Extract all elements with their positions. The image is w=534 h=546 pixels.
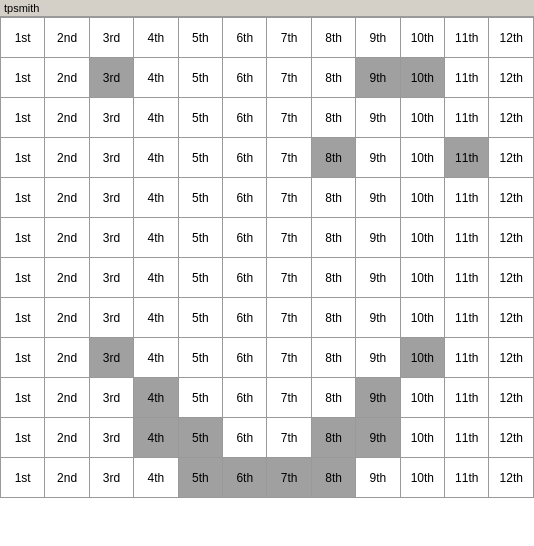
table-cell: 2nd (45, 178, 89, 218)
table-cell: 10th (400, 458, 444, 498)
table-cell: 11th (445, 58, 489, 98)
table-cell: 8th (311, 378, 355, 418)
table-cell: 1st (1, 178, 45, 218)
table-cell: 3rd (89, 178, 133, 218)
table-cell: 5th (178, 18, 222, 58)
table-cell: 11th (445, 298, 489, 338)
table-cell: 1st (1, 18, 45, 58)
table-row: 1st2nd3rd4th5th6th7th8th9th10th11th12th (1, 378, 534, 418)
table-cell: 10th (400, 378, 444, 418)
table-cell: 10th (400, 258, 444, 298)
table-cell: 1st (1, 338, 45, 378)
table-cell: 6th (223, 418, 267, 458)
table-cell: 5th (178, 338, 222, 378)
table-cell: 4th (134, 418, 178, 458)
table-cell: 10th (400, 218, 444, 258)
table-cell: 1st (1, 458, 45, 498)
table-cell: 5th (178, 418, 222, 458)
table-cell: 5th (178, 138, 222, 178)
table-cell: 6th (223, 58, 267, 98)
table-cell: 5th (178, 458, 222, 498)
table-cell: 9th (356, 178, 400, 218)
table-row: 1st2nd3rd4th5th6th7th8th9th10th11th12th (1, 258, 534, 298)
table-cell: 12th (489, 98, 534, 138)
table-cell: 1st (1, 258, 45, 298)
table-cell: 6th (223, 458, 267, 498)
table-cell: 8th (311, 298, 355, 338)
table-cell: 3rd (89, 338, 133, 378)
table-cell: 4th (134, 458, 178, 498)
table-cell: 4th (134, 258, 178, 298)
table-cell: 8th (311, 458, 355, 498)
table-cell: 1st (1, 218, 45, 258)
table-cell: 2nd (45, 418, 89, 458)
table-cell: 11th (445, 178, 489, 218)
table-cell: 9th (356, 58, 400, 98)
table-cell: 6th (223, 218, 267, 258)
table-cell: 7th (267, 18, 311, 58)
table-cell: 11th (445, 458, 489, 498)
table-cell: 12th (489, 258, 534, 298)
table-cell: 4th (134, 218, 178, 258)
table-cell: 7th (267, 258, 311, 298)
title-bar: tpsmith (0, 0, 534, 17)
table-cell: 6th (223, 18, 267, 58)
table-cell: 2nd (45, 258, 89, 298)
table-cell: 7th (267, 458, 311, 498)
table-row: 1st2nd3rd4th5th6th7th8th9th10th11th12th (1, 98, 534, 138)
table-row: 1st2nd3rd4th5th6th7th8th9th10th11th12th (1, 218, 534, 258)
table-cell: 8th (311, 418, 355, 458)
table-cell: 1st (1, 58, 45, 98)
table-cell: 9th (356, 218, 400, 258)
table-cell: 6th (223, 258, 267, 298)
table-row: 1st2nd3rd4th5th6th7th8th9th10th11th12th (1, 18, 534, 58)
table-cell: 2nd (45, 58, 89, 98)
grid-container: 1st2nd3rd4th5th6th7th8th9th10th11th12th1… (0, 17, 534, 498)
table-cell: 3rd (89, 298, 133, 338)
table-cell: 4th (134, 58, 178, 98)
table-cell: 9th (356, 138, 400, 178)
table-cell: 6th (223, 298, 267, 338)
table-cell: 7th (267, 218, 311, 258)
table-cell: 12th (489, 218, 534, 258)
table-cell: 7th (267, 338, 311, 378)
table-cell: 10th (400, 298, 444, 338)
table-cell: 8th (311, 338, 355, 378)
table-cell: 11th (445, 98, 489, 138)
table-cell: 9th (356, 418, 400, 458)
table-cell: 10th (400, 98, 444, 138)
table-cell: 10th (400, 138, 444, 178)
table-cell: 9th (356, 258, 400, 298)
table-cell: 2nd (45, 98, 89, 138)
table-cell: 12th (489, 58, 534, 98)
table-cell: 2nd (45, 18, 89, 58)
table-row: 1st2nd3rd4th5th6th7th8th9th10th11th12th (1, 458, 534, 498)
table-cell: 5th (178, 178, 222, 218)
table-cell: 12th (489, 178, 534, 218)
table-cell: 3rd (89, 258, 133, 298)
table-row: 1st2nd3rd4th5th6th7th8th9th10th11th12th (1, 338, 534, 378)
window-title: tpsmith (4, 2, 39, 14)
table-cell: 11th (445, 218, 489, 258)
table-cell: 12th (489, 378, 534, 418)
table-cell: 7th (267, 298, 311, 338)
table-cell: 3rd (89, 218, 133, 258)
table-cell: 3rd (89, 18, 133, 58)
table-cell: 5th (178, 58, 222, 98)
table-cell: 12th (489, 18, 534, 58)
table-cell: 10th (400, 18, 444, 58)
table-row: 1st2nd3rd4th5th6th7th8th9th10th11th12th (1, 418, 534, 458)
table-cell: 5th (178, 218, 222, 258)
table-cell: 1st (1, 418, 45, 458)
table-cell: 5th (178, 378, 222, 418)
table-cell: 7th (267, 58, 311, 98)
table-cell: 12th (489, 298, 534, 338)
table-cell: 9th (356, 298, 400, 338)
table-cell: 3rd (89, 418, 133, 458)
table-cell: 3rd (89, 58, 133, 98)
table-cell: 4th (134, 338, 178, 378)
main-table: 1st2nd3rd4th5th6th7th8th9th10th11th12th1… (0, 17, 534, 498)
table-cell: 4th (134, 98, 178, 138)
table-cell: 6th (223, 98, 267, 138)
table-cell: 8th (311, 258, 355, 298)
